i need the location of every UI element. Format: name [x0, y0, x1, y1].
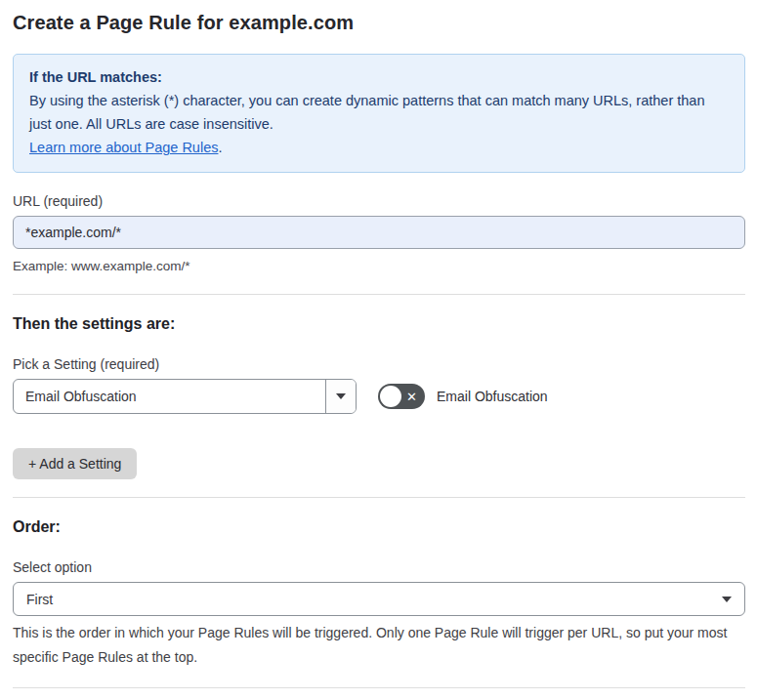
setting-picker-dropdown[interactable]: Email Obfuscation — [13, 379, 357, 414]
order-select-value: First — [26, 592, 53, 607]
setting-picker-label: Pick a Setting (required) — [13, 356, 745, 372]
chevron-down-icon — [336, 393, 346, 399]
order-select[interactable]: First — [13, 582, 745, 616]
settings-section-heading: Then the settings are: — [13, 315, 745, 333]
email-obfuscation-toggle[interactable]: ✕ — [378, 384, 425, 409]
info-box-body: By using the asterisk (*) character, you… — [29, 89, 729, 159]
order-section-heading: Order: — [13, 518, 745, 536]
divider — [13, 497, 745, 498]
divider — [13, 687, 745, 688]
url-match-info-box: If the URL matches: By using the asteris… — [13, 54, 745, 173]
learn-more-link[interactable]: Learn more about Page Rules — [29, 140, 218, 155]
setting-picker-value: Email Obfuscation — [14, 380, 325, 413]
toggle-label: Email Obfuscation — [437, 389, 548, 404]
add-setting-button[interactable]: + Add a Setting — [13, 448, 137, 479]
info-box-body-text: By using the asterisk (*) character, you… — [29, 93, 705, 132]
order-helper-text: This is the order in which your Page Rul… — [13, 621, 736, 670]
page-title: Create a Page Rule for example.com — [13, 12, 745, 34]
url-input[interactable] — [13, 216, 745, 249]
divider — [13, 294, 745, 295]
url-example-helper: Example: www.example.com/* — [13, 256, 745, 276]
toggle-knob — [380, 386, 401, 407]
info-box-heading: If the URL matches: — [29, 65, 729, 89]
dropdown-arrow-button[interactable] — [325, 380, 356, 413]
url-label: URL (required) — [13, 193, 745, 209]
page-rule-form: Create a Page Rule for example.com If th… — [0, 0, 757, 700]
chevron-down-icon — [722, 597, 732, 602]
toggle-off-x-icon: ✕ — [406, 384, 417, 409]
setting-row: Email Obfuscation ✕ Email Obfuscation — [13, 379, 745, 414]
link-suffix: . — [218, 140, 222, 155]
order-select-label: Select option — [13, 559, 745, 575]
